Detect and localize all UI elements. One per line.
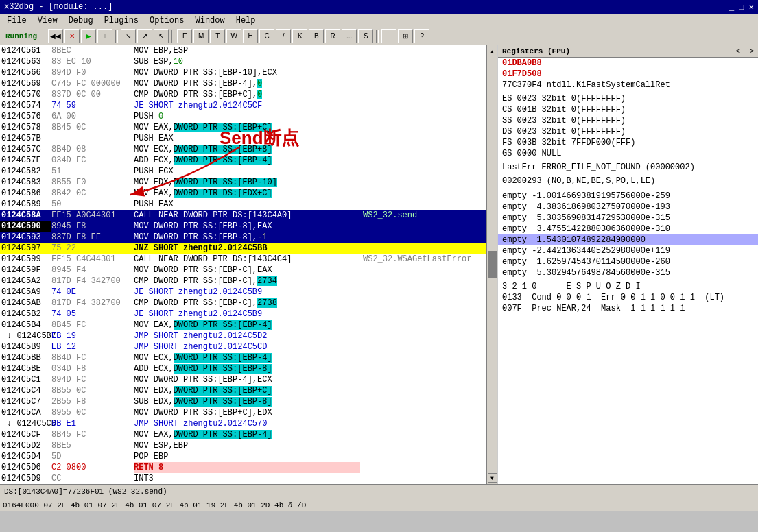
scroll-up-btn[interactable]: ▲ <box>488 47 497 56</box>
btn-stop[interactable]: ✕ <box>64 29 80 43</box>
btn-k[interactable]: K <box>292 29 307 43</box>
btn-dots[interactable]: ... <box>342 29 357 43</box>
fpu-0: empty -1.00146693819195756000e-259 <box>498 191 758 202</box>
disasm-row[interactable]: ↓ 0124C5B7 EB 19 JMP SHORT zhengtu2.0124… <box>0 330 486 341</box>
title-text: x32dbg - [module: ...] <box>4 2 112 12</box>
disasm-row-selected[interactable]: 0124C590 8945 F8 MOV DWORD PTR SS:[EBP-8… <box>0 221 486 232</box>
menu-debug[interactable]: Debug <box>63 14 99 27</box>
fpu-flags-header: 3 2 1 0 E S P U O Z D I <box>498 281 758 292</box>
disasm-row[interactable]: 0124C5BB 8B4D FC MOV ECX,DWORD PTR SS:[E… <box>0 352 486 363</box>
btn-s[interactable]: S <box>358 29 373 43</box>
disasm-scrollbar[interactable]: ▲ ▼ <box>486 45 497 484</box>
disasm-row[interactable]: 0124C5AB 817D F4 382700 CMP DWORD PTR SS… <box>0 298 486 309</box>
reg-panel-nav[interactable]: < > <box>736 47 754 56</box>
disasm-row[interactable]: 0124C5A9 74 0E JE SHORT zhengtu2.0124C5B… <box>0 287 486 298</box>
bottom-hex-panel: 0164E000 07 2E 4b 01 07 2E 4b 01 07 2E 4… <box>0 498 758 511</box>
btn-e[interactable]: E <box>177 29 192 43</box>
scroll-thumb[interactable] <box>488 251 497 278</box>
bottom-hex-text: 0164E000 07 2E 4b 01 07 2E 4b 01 07 2E 4… <box>3 501 306 509</box>
menu-plugins[interactable]: Plugins <box>99 14 144 27</box>
disasm-row[interactable]: 0124C5D9 CC INT3 <box>0 473 486 484</box>
disasm-row[interactable]: 0124C582 51 PUSH ECX <box>0 166 486 177</box>
disasm-row[interactable]: 0124C589 50 PUSH EAX <box>0 199 486 210</box>
disasm-row[interactable]: 0124C5A2 817D F4 342700 CMP DWORD PTR SS… <box>0 276 486 287</box>
disasm-row[interactable]: 0124C599 FF15 C4C44301 CALL NEAR DWORD P… <box>0 254 486 265</box>
disasm-row[interactable]: 0124C5CF 8B45 FC MOV EAX,DWORD PTR SS:[E… <box>0 429 486 440</box>
fpu-3: empty 3.47551422880306360000e-310 <box>498 223 758 234</box>
btn-t[interactable]: T <box>210 29 225 43</box>
btn-m[interactable]: M <box>193 29 209 43</box>
disasm-row[interactable]: 0124C5C7 2B55 F8 SUB EDX,DWORD PTR SS:[E… <box>0 396 486 407</box>
reg-ecx: 01F7D508 <box>498 69 758 80</box>
disasm-row[interactable]: 0124C569 C745 FC 000000 MOV DWORD PTR SS… <box>0 78 486 89</box>
reg-ds: DS 0023 32bit 0(FFFFFFFF) <box>498 126 758 137</box>
btn-grid[interactable]: ⊞ <box>398 29 413 43</box>
disasm-row[interactable]: 0124C5BE 034D F8 ADD ECX,DWORD PTR SS:[E… <box>0 363 486 374</box>
disasm-row[interactable]: 0124C578 8B45 0C MOV EAX,DWORD PTR SS:[E… <box>0 122 486 133</box>
reg-panel-header: Registers (FPU) < > <box>498 45 758 58</box>
disasm-row-call-send[interactable]: 0124C58A FF15 A0C44301 CALL NEAR DWORD P… <box>0 210 486 221</box>
reg-eflags: 00200293 (NO,B,NE,BE,S,PO,L,LE) <box>498 176 758 186</box>
btn-slash[interactable]: / <box>276 29 291 43</box>
reg-fs: FS 003B 32bit 7FFDF000(FFF) <box>498 137 758 148</box>
menu-file[interactable]: File <box>1 14 32 27</box>
btn-step-over[interactable]: ↗ <box>137 29 152 43</box>
disasm-row[interactable]: 0124C5B2 74 05 JE SHORT zhengtu2.0124C5B… <box>0 309 486 319</box>
disasm-row[interactable]: 0124C59F 8945 F4 MOV DWORD PTR SS:[EBP-C… <box>0 265 486 276</box>
menu-options[interactable]: Options <box>144 14 189 27</box>
title-controls: _ □ ✕ <box>729 2 754 12</box>
disasm-row[interactable]: 0124C586 8B42 0C MOV EAX,DWORD PTR DS:[E… <box>0 188 486 199</box>
disasm-row[interactable]: 0124C57B PUSH EAX <box>0 133 486 144</box>
menu-help[interactable]: Help <box>230 14 261 27</box>
btn-pause[interactable]: ⏸ <box>97 29 112 43</box>
toolbar: Running ◀◀ ✕ ▶ ⏸ ↘ ↗ ↖ E M T W H C / K B… <box>0 27 758 45</box>
btn-step-out[interactable]: ↖ <box>154 29 169 43</box>
reg-es: ES 0023 32bit 0(FFFFFFFF) <box>498 93 758 104</box>
disasm-row[interactable]: 0124C5B4 8B45 FC MOV EAX,DWORD PTR SS:[E… <box>0 319 486 330</box>
btn-r[interactable]: R <box>325 29 340 43</box>
menu-window[interactable]: Window <box>189 14 230 27</box>
fpu-6: empty 1.62597454370114500000e-260 <box>498 256 758 267</box>
disasm-row[interactable]: 0124C5C4 8B55 0C MOV EDX,DWORD PTR SS:[E… <box>0 385 486 396</box>
sep1 <box>43 30 45 43</box>
run-status: Running <box>3 32 40 40</box>
menu-view[interactable]: View <box>32 14 63 27</box>
disasm-row[interactable]: 0124C566 894D F0 MOV DWORD PTR SS:[EBP-1… <box>0 67 486 78</box>
disasm-row-jnz[interactable]: 0124C597 75 22 JNZ SHORT zhengtu2.0124C5… <box>0 243 486 254</box>
disasm-row[interactable]: 0124C5B9 EB 12 JMP SHORT zhengtu2.0124C5… <box>0 341 486 352</box>
btn-list[interactable]: ☰ <box>381 29 396 43</box>
disasm-row[interactable]: 0124C574 74 59 JE SHORT zhengtu2.0124C5C… <box>0 100 486 111</box>
btn-c[interactable]: C <box>259 29 274 43</box>
btn-step-into[interactable]: ↘ <box>121 29 136 43</box>
scroll-down-btn[interactable]: ▼ <box>488 473 497 483</box>
main-content: Send断点 0124C561 8BEC MOV EBP,ESP 0124C56… <box>0 45 758 484</box>
btn-help[interactable]: ? <box>414 29 429 43</box>
disasm-row[interactable]: 0124C5CA 8955 0C MOV DWORD PTR SS:[EBP+C… <box>0 407 486 418</box>
reg-eax: 01DBA0B8 <box>498 58 758 69</box>
btn-rewind[interactable]: ◀◀ <box>48 29 63 43</box>
disasm-row[interactable]: 0124C561 8BEC MOV EBP,ESP <box>0 45 486 56</box>
disasm-row[interactable]: 0124C593 837D F8 FF MOV DWORD PTR SS:[EB… <box>0 232 486 243</box>
btn-run[interactable]: ▶ <box>81 29 96 43</box>
disasm-row[interactable]: ↓ 0124C5CD 8B E1 JMP SHORT zhengtu2.0124… <box>0 418 486 429</box>
disasm-row[interactable]: 0124C5C1 894D FC MOV DWORD PTR SS:[EBP-4… <box>0 374 486 385</box>
reg-gs: GS 0000 NULL <box>498 148 758 159</box>
btn-b[interactable]: B <box>309 29 324 43</box>
disasm-row[interactable]: 0124C583 8B55 F0 MOV EDX,DWORD PTR SS:[E… <box>0 177 486 188</box>
sep3 <box>171 30 174 43</box>
disasm-panel[interactable]: Send断点 0124C561 8BEC MOV EBP,ESP 0124C56… <box>0 45 486 484</box>
reg-panel-title: Registers (FPU) <box>502 47 570 56</box>
btn-w[interactable]: W <box>226 29 241 43</box>
disasm-row[interactable]: 0124C5D4 5D POP EBP <box>0 451 486 462</box>
disasm-row[interactable]: 0124C57C 8B4D 08 MOV ECX,DWORD PTR SS:[E… <box>0 144 486 155</box>
disasm-row[interactable]: 0124C5D2 8BE5 MOV ESP,EBP <box>0 440 486 451</box>
register-panel: Registers (FPU) < > 01DBA0B8 01F7D508 77… <box>497 45 758 484</box>
disasm-row[interactable]: 0124C576 6A 00 PUSH 0 <box>0 111 486 122</box>
fpu-5: empty -2.44213634405252980000e+119 <box>498 245 758 256</box>
disasm-row-retn[interactable]: 0124C5D6 C2 0800 RETN 8 <box>0 462 486 473</box>
btn-h[interactable]: H <box>243 29 258 43</box>
disasm-row[interactable]: 0124C570 837D 0C 00 CMP DWORD PTR SS:[EB… <box>0 89 486 100</box>
disasm-row[interactable]: 0124C563 83 EC 10 SUB ESP,10 <box>0 56 486 67</box>
reg-cs: CS 001B 32bit 0(FFFFFFFF) <box>498 104 758 115</box>
disasm-row[interactable]: 0124C57F 034D FC ADD ECX,DWORD PTR SS:[E… <box>0 155 486 166</box>
